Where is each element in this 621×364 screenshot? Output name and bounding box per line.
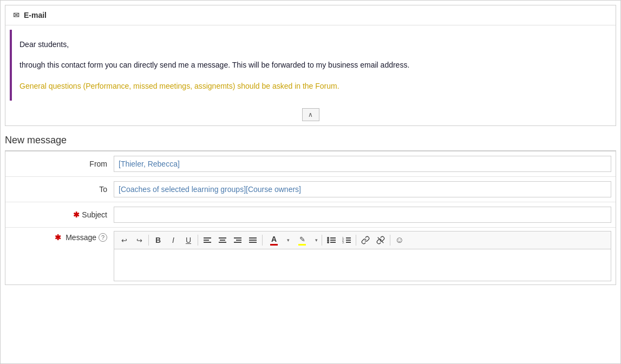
svg-rect-9 — [249, 237, 257, 239]
separator-4 — [322, 235, 322, 246]
svg-rect-3 — [219, 237, 226, 239]
to-row: To — [5, 177, 616, 202]
format-group: B I U — [151, 233, 196, 247]
font-color-group: A ▾ — [264, 233, 292, 247]
message-row: ✱ Message ? ↩ ↪ B — [5, 228, 616, 284]
underline-button[interactable]: U — [181, 233, 196, 247]
subject-required-star: ✱ — [73, 210, 80, 219]
to-field[interactable] — [114, 181, 611, 197]
align-right-icon — [234, 237, 241, 243]
align-left-button[interactable] — [200, 233, 215, 247]
bold-button[interactable]: B — [151, 233, 166, 247]
font-color-icon: A — [271, 235, 277, 243]
svg-rect-6 — [234, 237, 241, 239]
svg-rect-7 — [236, 240, 241, 241]
unordered-list-button[interactable] — [324, 233, 339, 247]
svg-rect-2 — [204, 242, 211, 243]
align-right-button[interactable] — [230, 233, 245, 247]
collapse-button[interactable]: ∧ — [302, 108, 319, 121]
link-icon — [361, 236, 370, 244]
from-label: From — [5, 160, 114, 168]
svg-rect-11 — [249, 242, 257, 243]
message-editor[interactable] — [114, 249, 611, 281]
align-justify-button[interactable] — [245, 233, 260, 247]
undo-button[interactable]: ↩ — [116, 233, 132, 247]
undo-redo-group: ↩ ↪ — [116, 233, 147, 247]
message-label: Message — [66, 233, 96, 242]
message-editor-container: ↩ ↪ B I U — [114, 231, 611, 281]
subject-row: ✱ Subject — [5, 202, 616, 228]
email-section: ✉ E-mail Dear students, through this con… — [5, 5, 616, 126]
svg-point-12 — [327, 237, 329, 239]
svg-point-13 — [327, 239, 329, 241]
email-body-text: through this contact form you can direct… — [19, 59, 604, 71]
message-required-star: ✱ — [55, 233, 61, 242]
svg-rect-0 — [204, 237, 211, 239]
highlight-swatch — [298, 244, 306, 246]
highlight-group: ✎ ▾ — [292, 233, 320, 247]
unlink-icon — [376, 236, 385, 244]
separator-5 — [356, 235, 356, 246]
insert-link-button[interactable] — [358, 233, 373, 247]
svg-line-24 — [378, 237, 384, 243]
remove-link-button[interactable] — [373, 233, 388, 247]
to-label: To — [5, 185, 114, 194]
align-center-icon — [219, 237, 226, 243]
collapse-btn-row: ∧ — [5, 105, 616, 125]
svg-rect-8 — [234, 242, 241, 243]
list-group: 1. 2. 3. — [324, 233, 354, 247]
svg-rect-1 — [204, 240, 209, 241]
svg-rect-10 — [249, 240, 257, 241]
italic-button[interactable]: I — [166, 233, 181, 247]
highlight-dropdown[interactable]: ▾ — [312, 233, 320, 247]
separator-3 — [262, 235, 263, 246]
svg-point-14 — [327, 241, 329, 243]
svg-rect-5 — [219, 242, 226, 243]
unordered-list-icon — [327, 236, 336, 244]
emoji-button[interactable]: ☺ — [392, 233, 407, 247]
align-center-button[interactable] — [215, 233, 230, 247]
subject-label: Subject — [82, 210, 107, 219]
from-field[interactable] — [114, 156, 611, 172]
svg-rect-4 — [220, 240, 225, 241]
svg-rect-17 — [330, 242, 336, 243]
emoji-group: ☺ — [392, 233, 407, 247]
svg-rect-23 — [346, 242, 351, 243]
separator-1 — [148, 235, 149, 246]
email-body: Dear students, through this contact form… — [10, 30, 611, 101]
redo-button[interactable]: ↪ — [132, 233, 147, 247]
message-label-area: ✱ Message ? — [5, 231, 114, 242]
svg-text:3.: 3. — [342, 241, 344, 244]
svg-rect-16 — [330, 240, 336, 241]
svg-rect-22 — [346, 240, 351, 241]
highlight-button[interactable]: ✎ — [292, 233, 312, 247]
form-area: From To ✱ Subject ✱ Message — [5, 151, 616, 285]
new-message-section: New message From To ✱ Subject — [1, 130, 620, 289]
font-color-dropdown[interactable]: ▾ — [284, 233, 292, 247]
font-color-swatch — [270, 244, 278, 246]
email-header: ✉ E-mail — [5, 5, 616, 25]
align-justify-icon — [249, 237, 257, 243]
new-message-title: New message — [5, 130, 616, 151]
toolbar: ↩ ↪ B I U — [114, 231, 611, 249]
font-color-button[interactable]: A — [264, 233, 284, 247]
align-left-icon — [204, 237, 211, 243]
subject-label-area: ✱ Subject — [5, 210, 114, 219]
message-help-icon[interactable]: ? — [99, 233, 107, 242]
alignment-group — [200, 233, 260, 247]
from-row: From — [5, 151, 616, 177]
ordered-list-icon: 1. 2. 3. — [342, 236, 351, 244]
email-icon: ✉ — [13, 11, 19, 19]
email-salutation: Dear students, — [19, 38, 604, 50]
email-header-label: E-mail — [24, 11, 47, 19]
svg-rect-15 — [330, 237, 336, 239]
separator-2 — [198, 235, 198, 246]
svg-rect-21 — [346, 237, 351, 239]
separator-6 — [390, 235, 390, 246]
ordered-list-button[interactable]: 1. 2. 3. — [339, 233, 354, 247]
highlight-icon: ✎ — [299, 235, 305, 243]
email-notice: General questions (Performance, missed m… — [19, 80, 604, 92]
subject-field[interactable] — [114, 207, 611, 223]
link-group — [358, 233, 388, 247]
page-container: ✉ E-mail Dear students, through this con… — [0, 0, 621, 364]
